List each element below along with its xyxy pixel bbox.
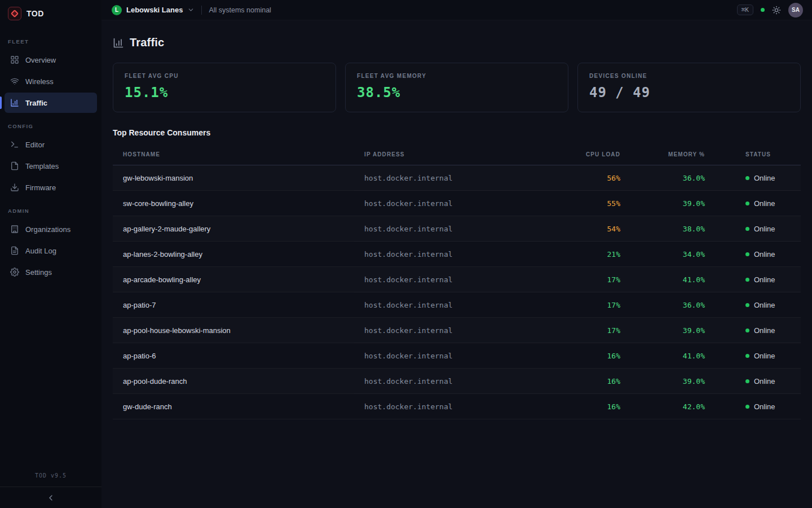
online-status-dot (745, 176, 749, 180)
app-name: TOD (27, 9, 44, 18)
sidebar-item-label: Firmware (25, 183, 56, 192)
memory-cell: 39.0% (630, 318, 715, 343)
cpu-load-cell: 16% (557, 343, 630, 369)
terminal-icon (10, 140, 19, 149)
table-body: gw-lebowski-mansionhost.docker.internal5… (113, 165, 801, 419)
sidebar-item-overview[interactable]: Overview (5, 50, 97, 70)
cpu-load-cell: 55% (557, 191, 630, 216)
status-cell: Online (715, 165, 801, 191)
ip-address-cell: host.docker.internal (354, 216, 557, 242)
table-row-gw-lebowski-mansion[interactable]: gw-lebowski-mansionhost.docker.internal5… (113, 165, 801, 191)
cpu-load-cell: 56% (557, 165, 630, 191)
command-palette-shortcut[interactable]: ⌘K (737, 5, 753, 15)
stat-value: 38.5% (357, 85, 557, 100)
sidebar-nav: FLEETOverviewWirelessTrafficCONFIGEditor… (0, 27, 102, 467)
sidebar-item-audit-log[interactable]: Audit Log (5, 240, 97, 261)
chevron-down-icon (187, 6, 195, 14)
table-row-ap-pool-house-lebowski-mansion[interactable]: ap-pool-house-lebowski-mansionhost.docke… (113, 318, 801, 343)
status-label: Online (754, 377, 775, 386)
bar-chart-icon (113, 37, 124, 49)
hostname-cell: ap-patio-6 (113, 343, 354, 369)
memory-cell: 39.0% (630, 369, 715, 394)
chevron-left-icon (46, 493, 55, 502)
online-status-dot (745, 202, 749, 205)
table-row-ap-pool-dude-ranch[interactable]: ap-pool-dude-ranchhost.docker.internal16… (113, 369, 801, 394)
status-label: Online (754, 326, 775, 335)
table-row-ap-patio-6[interactable]: ap-patio-6host.docker.internal16%41.0%On… (113, 343, 801, 369)
table-row-ap-arcade-bowling-alley[interactable]: ap-arcade-bowling-alleyhost.docker.inter… (113, 267, 801, 292)
sidebar-item-wireless[interactable]: Wireless (5, 71, 97, 91)
status-cell: Online (715, 369, 801, 394)
sidebar-collapse-button[interactable] (0, 487, 102, 508)
online-status-dot (745, 278, 749, 282)
gear-icon (10, 268, 19, 277)
app-logo-icon (8, 7, 21, 20)
sidebar-item-templates[interactable]: Templates (5, 156, 97, 176)
org-switcher[interactable]: L Lebowski Lanes (112, 5, 195, 15)
cpu-load-cell: 54% (557, 216, 630, 242)
sidebar-item-firmware[interactable]: Firmware (5, 177, 97, 198)
status-cell: Online (715, 216, 801, 242)
theme-toggle-button[interactable] (772, 6, 781, 15)
online-status-dot (745, 329, 749, 332)
status-cell: Online (715, 292, 801, 318)
page-title: Traffic (130, 36, 164, 49)
status-cell: Online (715, 343, 801, 369)
stat-card-fleet-avg-memory: FLEET AVG MEMORY38.5% (345, 63, 568, 112)
top-consumers-table: HOSTNAMEIP ADDRESSCPU LOADMEMORY %STATUS… (113, 144, 801, 419)
table-row-gw-dude-ranch[interactable]: gw-dude-ranchhost.docker.internal16%42.0… (113, 394, 801, 419)
sidebar-item-editor[interactable]: Editor (5, 134, 97, 155)
sidebar-item-settings[interactable]: Settings (5, 262, 97, 282)
sidebar-header: TOD (0, 0, 102, 27)
online-status-dot (745, 379, 749, 383)
grid-icon (10, 55, 19, 64)
cpu-load-cell: 21% (557, 242, 630, 267)
sidebar-item-traffic[interactable]: Traffic (5, 93, 97, 113)
ip-address-cell: host.docker.internal (354, 165, 557, 191)
cpu-load-cell: 16% (557, 369, 630, 394)
table-row-ap-patio-7[interactable]: ap-patio-7host.docker.internal17%36.0%On… (113, 292, 801, 318)
sidebar-section-label-admin: ADMIN (0, 199, 102, 218)
topbar-divider (201, 6, 202, 15)
page-content: Traffic FLEET AVG CPU15.1%FLEET AVG MEMO… (102, 20, 812, 508)
table-row-ap-gallery-2-maude-gallery[interactable]: ap-gallery-2-maude-galleryhost.docker.in… (113, 216, 801, 242)
topbar: L Lebowski Lanes All systems nominal ⌘K … (102, 0, 812, 20)
org-badge: L (112, 5, 122, 15)
hostname-cell: ap-gallery-2-maude-gallery (113, 216, 354, 242)
status-cell: Online (715, 267, 801, 292)
cpu-load-cell: 16% (557, 394, 630, 419)
table-row-ap-lanes-2-bowling-alley[interactable]: ap-lanes-2-bowling-alleyhost.docker.inte… (113, 242, 801, 267)
memory-cell: 42.0% (630, 394, 715, 419)
status-label: Online (754, 352, 775, 360)
ip-address-cell: host.docker.internal (354, 394, 557, 419)
hostname-cell: gw-dude-ranch (113, 394, 354, 419)
stat-value: 15.1% (125, 85, 324, 100)
sidebar-item-label: Templates (25, 162, 59, 170)
memory-cell: 39.0% (630, 191, 715, 216)
hostname-cell: ap-lanes-2-bowling-alley (113, 242, 354, 267)
hostname-cell: sw-core-bowling-alley (113, 191, 354, 216)
user-avatar[interactable]: SA (788, 3, 803, 17)
ip-address-cell: host.docker.internal (354, 369, 557, 394)
main-area: L Lebowski Lanes All systems nominal ⌘K … (102, 0, 812, 508)
ip-address-cell: host.docker.internal (354, 267, 557, 292)
column-header-ip-address: IP ADDRESS (354, 144, 557, 165)
table-row-sw-core-bowling-alley[interactable]: sw-core-bowling-alleyhost.docker.interna… (113, 191, 801, 216)
column-header-memory-: MEMORY % (630, 144, 715, 165)
status-cell: Online (715, 318, 801, 343)
status-cell: Online (715, 394, 801, 419)
stat-label: FLEET AVG CPU (125, 73, 324, 79)
memory-cell: 36.0% (630, 165, 715, 191)
page-title-row: Traffic (113, 36, 801, 49)
app-root: TOD FLEETOverviewWirelessTrafficCONFIGEd… (0, 0, 812, 508)
building-icon (10, 225, 19, 234)
hostname-cell: ap-pool-house-lebowski-mansion (113, 318, 354, 343)
hostname-cell: ap-arcade-bowling-alley (113, 267, 354, 292)
status-label: Online (754, 199, 775, 208)
column-header-cpu-load: CPU LOAD (557, 144, 630, 165)
topbar-right: ⌘K SA (737, 3, 803, 17)
table-header: HOSTNAMEIP ADDRESSCPU LOADMEMORY %STATUS (113, 144, 801, 165)
sidebar-item-organizations[interactable]: Organizations (5, 219, 97, 239)
cpu-load-cell: 17% (557, 318, 630, 343)
memory-cell: 41.0% (630, 343, 715, 369)
